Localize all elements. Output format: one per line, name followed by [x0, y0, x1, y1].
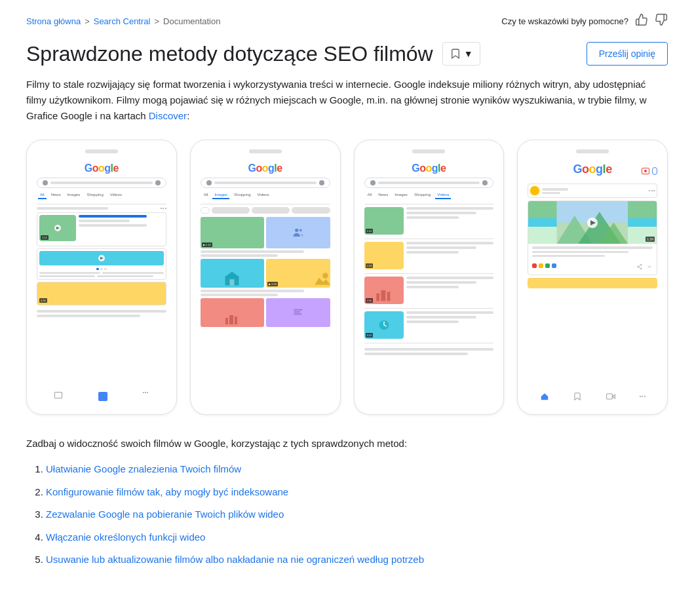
numbered-list: Ułatwianie Google znalezienia Twoich fil… [33, 462, 668, 568]
colored-dots [532, 263, 556, 268]
svg-rect-11 [381, 290, 385, 301]
video-item-3c: 3:56 [364, 277, 494, 304]
bottom-text: Zadbaj o widoczność swoich filmów w Goog… [26, 436, 668, 452]
svg-point-0 [295, 229, 298, 232]
phone-3-screen: Google All News Images Shopping Videos [361, 159, 497, 405]
intro-text-part2: : [187, 110, 189, 121]
google-logo-2: Google [201, 163, 330, 174]
svg-rect-2 [230, 280, 235, 286]
phone-1-screen: Google All News Images Shopping Videos [33, 159, 170, 405]
svg-rect-7 [294, 309, 302, 311]
svg-point-20 [638, 267, 639, 268]
action-icons [636, 263, 653, 270]
phones-container: Google All News Images Shopping Videos [26, 140, 668, 415]
breadcrumb-home[interactable]: Strona główna [26, 16, 81, 26]
breadcrumb-search-central[interactable]: Search Central [94, 16, 151, 26]
phone-nav-1 [37, 389, 166, 402]
phone-2-screen: Google All Images Shopping Videos [197, 159, 334, 405]
yellow-card-1: 2:34 [37, 282, 166, 305]
google-logo-1: Google [37, 163, 166, 174]
list-item-2-link[interactable]: Konfigurowanie filmów tak, aby mogły być… [46, 486, 288, 497]
google-logo-3: Google [364, 163, 494, 174]
svg-rect-25 [607, 394, 613, 399]
feedback-area: Czy te wskazówki były pomocne? [501, 13, 668, 29]
page-header: Sprawdzone metody dotyczące SEO filmów ▼… [26, 41, 668, 66]
phone-1: Google All News Images Shopping Videos [26, 140, 177, 415]
tab-bar-2: All Images Shopping Videos [201, 191, 330, 199]
svg-point-21 [641, 268, 642, 269]
video-landscape-card: 1:34 [528, 201, 657, 275]
discover-link[interactable]: Discover [149, 110, 187, 121]
svg-rect-4 [225, 318, 228, 324]
svg-rect-6 [235, 317, 237, 324]
svg-point-3 [322, 273, 328, 279]
search-bar-1 [37, 178, 166, 188]
list-item-2: Konfigurowanie filmów tak, aby mogły być… [46, 485, 668, 500]
list-item-4-link[interactable]: Włączanie określonych funkcji wideo [46, 531, 205, 543]
intro-text-part1: Filmy to stale rozwijający się format tw… [26, 79, 647, 121]
image-grid-2: ▶ 1:12 [201, 217, 330, 248]
list-item-5-link[interactable]: Usuwanie lub aktualizowanie filmów albo … [46, 554, 424, 565]
breadcrumb-bar: Strona główna > Search Central > Documen… [26, 13, 668, 29]
image-grid-2b: ▶ 2:34 [201, 259, 330, 288]
phone-4-screen: Google [524, 159, 661, 405]
weather-card [528, 183, 657, 198]
list-item-1-link[interactable]: Ułatwianie Google znalezienia Twoich fil… [46, 463, 241, 474]
search-bar-3 [364, 178, 494, 188]
phone-nav-4 [528, 389, 657, 402]
video-item-3d: 4:12 [364, 311, 494, 339]
video-card-1: 1:12 [37, 212, 166, 246]
phone-3: Google All News Images Shopping Videos [354, 140, 505, 415]
svg-point-19 [641, 265, 642, 266]
tab-all-1: All [38, 191, 47, 199]
tab-news-1: News [49, 191, 63, 199]
yellow-strip [528, 278, 657, 288]
tab-bar-1: All News Images Shopping Videos [37, 191, 166, 199]
intro-text: Filmy to stale rozwijający się format tw… [26, 77, 655, 124]
tab-images-3: Images [393, 191, 410, 199]
svg-rect-8 [294, 311, 299, 313]
list-item-1: Ułatwianie Google znalezienia Twoich fil… [46, 462, 668, 477]
tab-bar-3: All News Images Shopping Videos [364, 191, 494, 199]
bookmark-icon [450, 48, 461, 60]
tab-images-1: Images [66, 191, 83, 199]
phone-4: Google [517, 140, 668, 415]
svg-rect-10 [376, 294, 379, 301]
svg-line-22 [638, 265, 640, 267]
svg-rect-5 [229, 315, 233, 324]
list-item-5: Usuwanie lub aktualizowanie filmów albo … [46, 552, 668, 568]
tab-all-2: All [202, 191, 210, 199]
tab-videos-1: Videos [108, 191, 124, 199]
breadcrumb-documentation: Documentation [163, 16, 220, 26]
svg-rect-12 [387, 292, 390, 301]
list-item-3: Zezwalanie Google na pobieranie Twoich p… [46, 507, 668, 522]
thumbs-up-icon[interactable] [635, 13, 648, 29]
tab-videos-3: Videos [435, 191, 451, 199]
submit-opinion-button[interactable]: Prześlij opinię [587, 42, 668, 66]
list-item-4: Włączanie określonych funkcji wideo [46, 530, 668, 545]
search-bar-2 [201, 178, 330, 188]
tab-shopping-2: Shopping [232, 191, 252, 199]
page-title: Sprawdzone metody dotyczące SEO filmów [26, 41, 433, 66]
tab-shopping-3: Shopping [412, 191, 433, 199]
thumbs-down-icon[interactable] [655, 13, 668, 29]
google-logo-4: Google [560, 163, 625, 176]
breadcrumb-sep2: > [154, 16, 159, 26]
tab-videos-2: Videos [255, 191, 271, 199]
feedback-question: Czy te wskazówki były pomocne? [501, 16, 628, 26]
tab-all-3: All [366, 191, 374, 199]
tab-shopping-1: Shopping [85, 191, 105, 199]
page-header-left: Sprawdzone metody dotyczące SEO filmów ▼ [26, 41, 480, 66]
svg-point-1 [299, 229, 302, 232]
video-carousel-1 [37, 248, 166, 280]
video-item-3a: 1:12 [364, 207, 494, 235]
tab-images-2: Images [212, 191, 229, 199]
bookmark-chevron: ▼ [464, 48, 473, 59]
svg-rect-9 [294, 314, 301, 315]
phone-2: Google All Images Shopping Videos [190, 140, 341, 415]
breadcrumb-left: Strona główna > Search Central > Documen… [26, 16, 220, 26]
bookmark-button[interactable]: ▼ [442, 42, 480, 66]
svg-marker-24 [612, 395, 615, 398]
tab-news-3: News [376, 191, 390, 199]
list-item-3-link[interactable]: Zezwalanie Google na pobieranie Twoich p… [46, 509, 284, 520]
